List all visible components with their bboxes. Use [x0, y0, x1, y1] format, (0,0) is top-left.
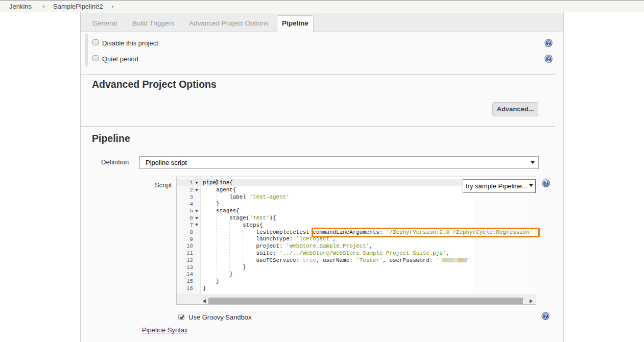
svg-text:?: ?: [544, 312, 547, 320]
svg-text:?: ?: [544, 180, 547, 187]
svg-text:?: ?: [547, 39, 550, 46]
svg-text:?: ?: [547, 55, 550, 62]
